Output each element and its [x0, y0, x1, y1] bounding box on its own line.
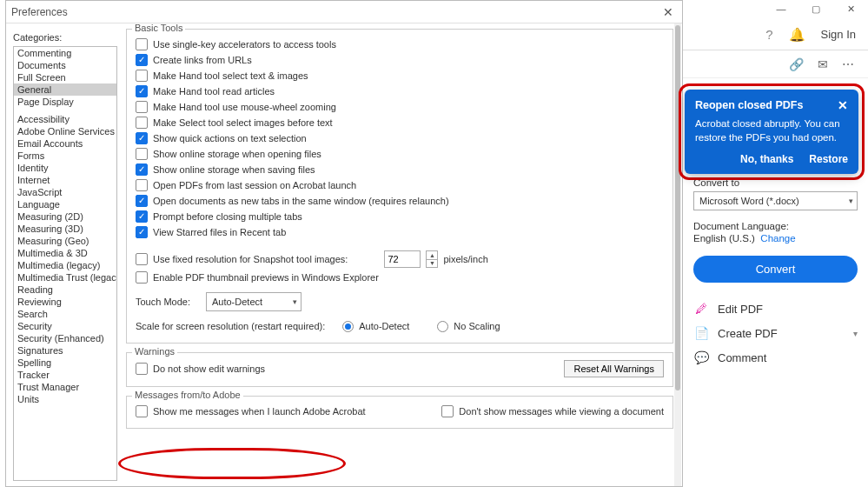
category-item[interactable]: Identity	[14, 162, 116, 174]
annotation-box: Reopen closed PDFs ✕ Acrobat closed abru…	[679, 83, 865, 180]
host-app-pane: — ▢ ✕ ? 🔔 Sign In 🔗 ✉ ⋯ Adobe Export PDF…	[683, 0, 868, 487]
category-item[interactable]: Internet	[14, 174, 116, 186]
storage-save-label: Show online storage when saving files	[153, 164, 315, 175]
category-item[interactable]: Measuring (Geo)	[14, 235, 116, 247]
launch-messages-label: Show me messages when I launch Adobe Acr…	[153, 406, 366, 417]
category-item[interactable]: Multimedia & 3D	[14, 247, 116, 259]
touch-mode-select[interactable]: Auto-Detect	[206, 292, 301, 311]
scale-none-radio[interactable]	[437, 321, 448, 332]
create-links-checkbox[interactable]	[136, 54, 148, 66]
prompt-close-checkbox[interactable]	[136, 210, 148, 223]
share-icon[interactable]: 🔗	[789, 57, 804, 71]
single-key-label: Use single-key accelerators to access to…	[153, 39, 336, 50]
storage-save-checkbox[interactable]	[136, 163, 148, 176]
help-icon[interactable]: ?	[765, 27, 772, 42]
thumbnail-previews-checkbox[interactable]	[136, 271, 148, 284]
edit-warnings-checkbox[interactable]	[136, 363, 148, 375]
fixed-resolution-label: Use fixed resolution for Snapshot tool i…	[153, 254, 348, 264]
tool-edit-pdf[interactable]: 🖉 Edit PDF	[693, 297, 858, 321]
maximize-icon[interactable]: ▢	[798, 0, 833, 17]
close-icon[interactable]: ✕	[659, 3, 677, 21]
category-item[interactable]: Tracker	[14, 369, 116, 381]
categories-label: Categories:	[13, 32, 112, 43]
doclang-label: Document Language:	[693, 221, 858, 231]
hand-select-checkbox[interactable]	[136, 70, 148, 82]
sign-in-link[interactable]: Sign In	[821, 28, 856, 41]
warnings-group: Warnings Do not show edit warnings Reset…	[126, 352, 673, 387]
fixed-resolution-checkbox[interactable]	[136, 253, 148, 265]
options-icon[interactable]: ⋯	[842, 57, 854, 71]
tool-edit-label: Edit PDF	[718, 303, 763, 316]
preferences-dialog: Preferences ✕ Categories: CommentingDocu…	[5, 0, 683, 487]
mail-icon[interactable]: ✉	[818, 57, 828, 71]
scale-none-label: No Scaling	[454, 321, 500, 331]
category-item[interactable]: Commenting	[14, 47, 116, 59]
category-item[interactable]: Spelling	[14, 357, 116, 369]
category-item[interactable]: Multimedia Trust (legacy)	[14, 271, 116, 284]
option-row: Prompt before closing multiple tabs	[136, 209, 664, 224]
launch-messages-row: Show me messages when I launch Adobe Acr…	[136, 404, 366, 419]
notification-restore-button[interactable]: Restore	[809, 153, 848, 165]
notification-no-button[interactable]: No, thanks	[740, 153, 793, 165]
storage-open-checkbox[interactable]	[136, 148, 148, 160]
category-item[interactable]: Trust Manager	[14, 381, 116, 393]
category-item[interactable]: Measuring (2D)	[14, 210, 116, 223]
tool-comment[interactable]: 💬 Comment	[693, 345, 858, 370]
convert-button[interactable]: Convert	[693, 256, 858, 283]
notification-close-icon[interactable]: ✕	[831, 98, 848, 112]
hand-select-label: Make Hand tool select text & images	[153, 70, 308, 81]
category-item[interactable]: Multimedia (legacy)	[14, 259, 116, 271]
category-item[interactable]: Security	[14, 320, 116, 332]
convert-to-select[interactable]: Microsoft Word (*.docx)	[693, 191, 858, 210]
category-item[interactable]: Reviewing	[14, 296, 116, 308]
option-row: Show online storage when opening files	[136, 146, 664, 162]
category-item[interactable]: Full Screen	[14, 71, 116, 83]
basic-tools-group: Basic Tools Use single-key accelerators …	[126, 29, 673, 344]
adobe-messages-group: Messages from/to Adobe Show me messages …	[126, 396, 673, 429]
category-item[interactable]: Search	[14, 308, 116, 320]
option-row: Make Hand tool read articles	[136, 83, 664, 99]
category-item[interactable]: Measuring (3D)	[14, 223, 116, 235]
category-item[interactable]: Accessibility	[14, 113, 116, 125]
open-last-checkbox[interactable]	[136, 179, 148, 191]
tool-create-label: Create PDF	[718, 327, 778, 340]
viewing-messages-checkbox[interactable]	[441, 405, 454, 417]
snapshot-resolution-input[interactable]	[384, 250, 421, 268]
snapshot-unit: pixels/inch	[443, 254, 487, 264]
category-item[interactable]: Adobe Online Services	[14, 125, 116, 137]
category-item[interactable]: Language	[14, 198, 116, 210]
hand-articles-checkbox[interactable]	[136, 85, 148, 97]
select-img-checkbox[interactable]	[136, 117, 148, 129]
scale-auto-radio[interactable]	[342, 321, 354, 332]
hand-wheel-checkbox[interactable]	[136, 101, 148, 113]
category-item[interactable]: Email Accounts	[14, 137, 116, 150]
category-item[interactable]: Forms	[14, 150, 116, 162]
option-row: Open documents as new tabs in the same w…	[136, 193, 664, 209]
doclang-value: English (U.S.)	[693, 233, 755, 244]
touch-mode-row: Touch Mode: Auto-Detect	[136, 290, 664, 313]
launch-messages-checkbox[interactable]	[136, 405, 148, 417]
category-item[interactable]: Reading	[14, 284, 116, 296]
new-tabs-label: Open documents as new tabs in the same w…	[153, 196, 449, 206]
edit-icon: 🖉	[693, 302, 709, 316]
categories-column: Categories: CommentingDocumentsFull Scre…	[6, 23, 117, 486]
change-lang-link[interactable]: Change	[760, 233, 795, 244]
category-item[interactable]: Page Display	[14, 96, 116, 108]
category-item[interactable]: Signatures	[14, 344, 116, 357]
minimize-icon[interactable]: —	[764, 0, 798, 17]
categories-list[interactable]: CommentingDocumentsFull ScreenGeneralPag…	[13, 46, 117, 481]
reset-warnings-button[interactable]: Reset All Warnings	[564, 360, 664, 377]
tool-create-pdf[interactable]: 📄 Create PDF ▾	[693, 321, 858, 345]
category-item[interactable]: Security (Enhanced)	[14, 332, 116, 344]
category-item[interactable]: Documents	[14, 59, 116, 71]
category-item[interactable]: JavaScript	[14, 186, 116, 198]
bell-icon[interactable]: 🔔	[789, 27, 805, 43]
quick-actions-checkbox[interactable]	[136, 132, 148, 144]
view-starred-checkbox[interactable]	[136, 226, 148, 238]
window-close-icon[interactable]: ✕	[833, 0, 868, 17]
single-key-checkbox[interactable]	[136, 38, 148, 50]
category-item[interactable]: General	[14, 83, 116, 96]
category-item[interactable]: Units	[14, 393, 116, 405]
new-tabs-checkbox[interactable]	[136, 195, 148, 207]
snapshot-stepper[interactable]: ▲▼	[426, 250, 438, 268]
